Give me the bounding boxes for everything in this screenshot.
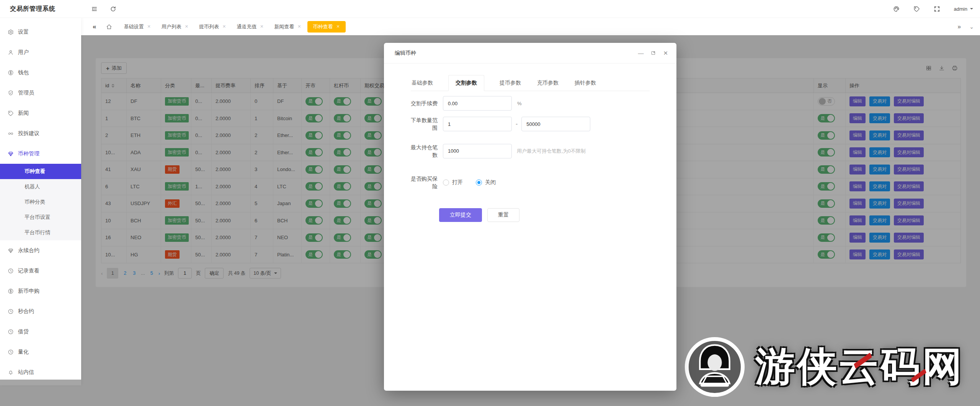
tab-用户列表[interactable]: 用户列表✕	[157, 18, 193, 35]
sidebar: 设置用户钱包管理员新闻投拆建议币种管理币种查看机器人币种分类平台币设置平台币行情…	[0, 18, 81, 385]
infinity-icon	[8, 130, 14, 137]
order-range-label: 下单数量范围	[409, 116, 438, 132]
max-positions-row: 最大持仓笔数 用户最大可持仓笔数,为0不限制	[409, 143, 676, 159]
radio-circle-icon	[476, 179, 482, 186]
edit-currency-modal: 编辑币种 — ✕ 基础参数交割参数提币参数充币参数插针参数 交割手续费 % 下单…	[384, 43, 676, 391]
user-icon	[8, 49, 14, 55]
sidebar-item-新闻[interactable]: 新闻	[0, 103, 81, 123]
sidebar-item-label: 管理员	[18, 90, 34, 96]
tabbar-right: » ⌄	[957, 23, 980, 30]
sidebar-item-用户[interactable]: 用户	[0, 42, 81, 62]
sidebar-subitem-平台币行情[interactable]: 平台币行情	[0, 225, 81, 240]
insurance-radio-关闭[interactable]: 关闭	[476, 179, 496, 186]
sidebar-item-设置[interactable]: 设置	[0, 22, 81, 42]
sidebar-item-记录查看[interactable]: 记录查看	[0, 261, 81, 281]
refresh-icon[interactable]	[110, 6, 116, 12]
tab-新闻查看[interactable]: 新闻查看✕	[270, 18, 305, 35]
tab-close-icon[interactable]: ✕	[336, 24, 340, 29]
modal-tab-插针参数[interactable]: 插针参数	[574, 75, 597, 91]
tab-close-icon[interactable]: ✕	[222, 24, 226, 29]
sidebar-item-永续合约[interactable]: 永续合约	[0, 240, 81, 261]
tab-close-icon[interactable]: ✕	[185, 24, 188, 29]
sidebar-menu: 设置用户钱包管理员新闻投拆建议币种管理币种查看机器人币种分类平台币设置平台币行情…	[0, 22, 81, 382]
clock-icon	[8, 308, 14, 315]
submit-button[interactable]: 立即提交	[439, 208, 482, 222]
insurance-radio-打开[interactable]: 打开	[443, 179, 463, 186]
max-positions-input[interactable]	[443, 144, 512, 158]
sidebar-item-label: 秒合约	[18, 308, 34, 315]
sidebar-item-量化[interactable]: 量化	[0, 342, 81, 362]
diamond-icon	[8, 248, 14, 254]
sidebar-item-label: 新币申购	[18, 288, 39, 295]
diamond-icon	[8, 151, 14, 157]
fee-input[interactable]	[443, 96, 512, 111]
collapse-menu-icon[interactable]	[91, 6, 98, 12]
modal-tab-基础参数[interactable]: 基础参数	[411, 75, 434, 91]
tag-icon	[8, 110, 14, 116]
tab-close-icon[interactable]: ✕	[147, 24, 150, 29]
sidebar-subitem-币种分类[interactable]: 币种分类	[0, 194, 81, 210]
order-range-max-input[interactable]	[521, 117, 590, 131]
sidebar-item-管理员[interactable]: 管理员	[0, 83, 81, 103]
insurance-radio-group: 打开关闭	[443, 179, 496, 186]
max-positions-label: 最大持仓笔数	[409, 143, 438, 159]
close-icon[interactable]: ✕	[663, 50, 668, 56]
sidebar-item-label: 量化	[18, 349, 29, 355]
tab-close-icon[interactable]: ✕	[260, 24, 263, 29]
sidebar-item-label: 用户	[18, 49, 29, 56]
order-range-min-input[interactable]	[443, 117, 512, 131]
tab-通道充值[interactable]: 通道充值✕	[232, 18, 268, 35]
sidebar-item-label: 站内信	[18, 369, 34, 376]
sidebar-submenu: 币种查看机器人币种分类平台币设置平台币行情	[0, 164, 81, 240]
insurance-label: 是否购买保险	[409, 175, 438, 191]
sidebar-item-label: 钱包	[18, 69, 29, 76]
fullscreen-icon[interactable]	[934, 6, 940, 12]
topbar: 交易所管理系统 admin	[0, 0, 980, 18]
gear-icon	[8, 29, 14, 35]
modal-titlebar: 编辑币种 — ✕	[384, 43, 676, 64]
sidebar-item-label: 记录查看	[18, 267, 39, 274]
modal-tabs: 基础参数交割参数提币参数充币参数插针参数	[411, 75, 650, 91]
tab-币种查看[interactable]: 币种查看✕	[307, 21, 346, 33]
sidebar-item-新币申购[interactable]: 新币申购	[0, 281, 81, 301]
sidebar-item-label: 借贷	[18, 328, 29, 335]
sidebar-subitem-币种查看[interactable]: 币种查看	[0, 164, 81, 179]
username: admin	[954, 6, 967, 12]
sidebar-item-label: 设置	[18, 29, 29, 36]
modal-tab-充币参数[interactable]: 充币参数	[536, 75, 559, 91]
sidebar-item-钱包[interactable]: 钱包	[0, 62, 81, 83]
watermark-text: 游侠云码网	[755, 340, 964, 394]
hooded-hacker-logo-icon	[682, 334, 748, 400]
sidebar-subitem-机器人[interactable]: 机器人	[0, 179, 81, 194]
tab-close-icon[interactable]: ✕	[297, 24, 301, 29]
sidebar-item-投拆建议[interactable]: 投拆建议	[0, 123, 81, 143]
theme-palette-icon[interactable]	[893, 6, 900, 12]
sidebar-item-站内信[interactable]: 站内信	[0, 362, 81, 382]
range-separator: -	[516, 121, 518, 127]
home-tab-icon[interactable]	[106, 24, 112, 30]
reset-button[interactable]: 重置	[487, 208, 519, 222]
sidebar-item-币种管理[interactable]: 币种管理	[0, 143, 81, 164]
fee-label: 交割手续费	[409, 99, 438, 107]
order-range-row: 下单数量范围 -	[409, 116, 676, 132]
tabs-scroll-right-icon[interactable]: »	[957, 23, 961, 30]
maximize-icon[interactable]	[651, 51, 656, 55]
clock-icon	[8, 329, 14, 335]
modal-tab-交割参数[interactable]: 交割参数	[448, 75, 484, 91]
sidebar-item-秒合约[interactable]: 秒合约	[0, 301, 81, 321]
tab-基础设置[interactable]: 基础设置✕	[119, 18, 155, 35]
tabs-menu-icon[interactable]: ⌄	[969, 24, 974, 30]
sidebar-item-借贷[interactable]: 借贷	[0, 321, 81, 342]
user-menu[interactable]: admin	[954, 6, 973, 12]
tabs-list: 基础设置✕用户列表✕提币列表✕通道充值✕新闻查看✕币种查看✕	[119, 18, 347, 35]
dollar-circle-icon	[8, 70, 14, 76]
tag-icon[interactable]	[913, 6, 920, 12]
sidebar-subitem-平台币设置[interactable]: 平台币设置	[0, 210, 81, 225]
minimize-icon[interactable]: —	[638, 50, 644, 56]
app-title: 交易所管理系统	[0, 5, 81, 13]
tab-bar: « 基础设置✕用户列表✕提币列表✕通道充值✕新闻查看✕币种查看✕ » ⌄	[81, 18, 980, 35]
fee-suffix: %	[517, 101, 522, 106]
tabs-scroll-left-icon[interactable]: «	[93, 23, 96, 31]
tab-提币列表[interactable]: 提币列表✕	[194, 18, 230, 35]
modal-tab-提币参数[interactable]: 提币参数	[499, 75, 522, 91]
